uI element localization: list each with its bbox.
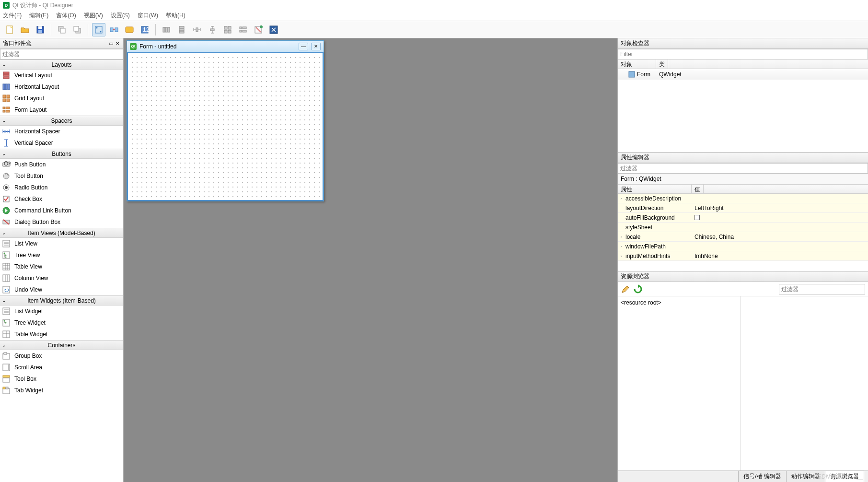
edit-signals-button[interactable]	[107, 23, 121, 36]
menu-window[interactable]: 窗口(W)	[138, 12, 158, 20]
edit-tab-order-button[interactable]: 12	[138, 23, 151, 36]
expand-icon[interactable]: ›	[618, 254, 625, 259]
widget-category[interactable]: ⌄Buttons	[0, 149, 123, 159]
property-row[interactable]: ›accessibleDescription	[618, 194, 868, 203]
adjust-size-button[interactable]	[267, 23, 280, 36]
widget-item[interactable]: List Widget	[0, 306, 123, 317]
undock-icon[interactable]: ▭	[108, 41, 114, 47]
expand-icon[interactable]: ›	[618, 235, 625, 239]
property-row[interactable]: autoFillBackground	[618, 213, 868, 223]
widget-category[interactable]: ⌄Item Views (Model-Based)	[0, 228, 123, 238]
edit-resources-button[interactable]	[621, 284, 630, 294]
form-window[interactable]: Qt Form - untitled — ✕	[127, 40, 324, 201]
form-title-bar[interactable]: Qt Form - untitled — ✕	[127, 41, 324, 52]
widget-item[interactable]: Table Widget	[0, 329, 123, 340]
column-object[interactable]: 对象	[618, 59, 656, 69]
widget-item[interactable]: Scroll Area	[0, 362, 123, 373]
widget-item[interactable]: Check Box	[0, 193, 123, 205]
property-row[interactable]: ›localeChinese, China	[618, 232, 868, 242]
menu-edit[interactable]: 编辑(E)	[29, 12, 48, 20]
widget-icon	[2, 352, 11, 360]
menu-help[interactable]: 帮助(H)	[166, 12, 185, 20]
layout-horizontal-splitter-button[interactable]	[190, 23, 204, 36]
layout-horizontal-button[interactable]	[160, 23, 173, 36]
svg-rect-90	[4, 353, 7, 354]
expand-icon[interactable]: ›	[618, 196, 625, 201]
svg-rect-92	[8, 364, 9, 370]
open-file-button[interactable]	[18, 23, 32, 36]
layout-grid-button[interactable]	[221, 23, 234, 36]
widget-item[interactable]: OKPush Button	[0, 159, 123, 170]
expand-icon[interactable]: ›	[618, 244, 625, 249]
object-inspector-filter-input[interactable]	[618, 49, 868, 59]
widget-category[interactable]: ⌄Spacers	[0, 116, 123, 126]
property-editor-title-bar: 属性编辑器	[618, 153, 868, 163]
object-tree-row[interactable]: Form QWidget	[618, 69, 868, 80]
chevron-down-icon: ⌄	[2, 62, 6, 67]
tab-signal-slot-editor[interactable]: 信号/槽 编辑器	[738, 470, 787, 482]
property-row[interactable]: ›windowFilePath	[618, 242, 868, 251]
widget-item[interactable]: Radio Button	[0, 182, 123, 193]
svg-rect-96	[3, 387, 5, 389]
edit-buddies-button[interactable]	[123, 23, 136, 36]
widget-item[interactable]: Tree View	[0, 249, 123, 261]
widget-item[interactable]: Vertical Layout	[0, 70, 123, 81]
menu-bar: 文件(F) 编辑(E) 窗体(O) 视图(V) 设置(S) 窗口(W) 帮助(H…	[0, 11, 868, 21]
widget-item[interactable]: Vertical Spacer	[0, 137, 123, 149]
resource-preview	[741, 296, 868, 470]
column-value[interactable]: 值	[692, 185, 704, 193]
minimize-button[interactable]: —	[299, 43, 308, 50]
menu-view[interactable]: 视图(V)	[84, 12, 103, 20]
resource-tree[interactable]: <resource root>	[618, 296, 741, 470]
widget-item[interactable]: Tool Box	[0, 373, 123, 385]
bring-front-button[interactable]	[70, 23, 84, 36]
widget-item[interactable]: Undo View	[0, 284, 123, 295]
widget-item[interactable]: Tree Widget	[0, 317, 123, 329]
design-canvas[interactable]: Qt Form - untitled — ✕	[124, 38, 617, 482]
save-file-button[interactable]	[34, 23, 47, 36]
widget-box-filter-input[interactable]	[0, 49, 123, 59]
property-row[interactable]: styleSheet	[618, 223, 868, 232]
edit-widgets-button[interactable]	[92, 23, 105, 36]
widget-item[interactable]: Form Layout	[0, 104, 123, 116]
widget-item[interactable]: Tab Widget	[0, 385, 123, 396]
column-property[interactable]: 属性	[618, 185, 692, 193]
widget-label: Form Layout	[14, 106, 46, 113]
property-row[interactable]: ›inputMethodHintsImhNone	[618, 251, 868, 261]
widget-item[interactable]: Dialog Button Box	[0, 216, 123, 228]
close-icon[interactable]: ✕	[115, 41, 120, 47]
widget-category[interactable]: ⌄Layouts	[0, 59, 123, 70]
widget-item[interactable]: Command Link Button	[0, 205, 123, 216]
widget-category[interactable]: ⌄Item Widgets (Item-Based)	[0, 295, 123, 306]
form-body[interactable]	[127, 52, 324, 201]
widget-item[interactable]: Horizontal Spacer	[0, 126, 123, 137]
resource-filter-input[interactable]	[779, 284, 865, 294]
menu-settings[interactable]: 设置(S)	[111, 12, 130, 20]
widget-item[interactable]: Grid Layout	[0, 93, 123, 104]
break-layout-button[interactable]	[252, 23, 265, 36]
widget-item[interactable]: Group Box	[0, 350, 123, 362]
new-file-button[interactable]	[3, 23, 16, 36]
close-button[interactable]: ✕	[311, 43, 321, 50]
menu-form[interactable]: 窗体(O)	[56, 12, 76, 20]
widget-item[interactable]: Horizontal Layout	[0, 81, 123, 93]
widget-item[interactable]: Tool Button	[0, 170, 123, 182]
property-editor-filter-input[interactable]	[618, 163, 868, 174]
widget-item[interactable]: Table View	[0, 261, 123, 272]
send-back-button[interactable]	[55, 23, 69, 36]
layout-form-button[interactable]	[236, 23, 250, 36]
layout-vertical-splitter-button[interactable]	[206, 23, 219, 36]
widget-icon	[2, 206, 11, 215]
checkbox-icon[interactable]	[694, 215, 700, 220]
svg-rect-98	[629, 71, 635, 77]
widget-icon	[2, 71, 11, 80]
column-class[interactable]: 类	[656, 59, 668, 69]
menu-file[interactable]: 文件(F)	[3, 12, 22, 20]
layout-vertical-button[interactable]	[175, 23, 188, 36]
resource-root[interactable]: <resource root>	[621, 299, 661, 306]
widget-category[interactable]: ⌄Containers	[0, 340, 123, 350]
reload-resources-button[interactable]	[633, 284, 643, 294]
property-row[interactable]: layoutDirectionLeftToRight	[618, 203, 868, 213]
widget-item[interactable]: List View	[0, 238, 123, 249]
widget-item[interactable]: Column View	[0, 272, 123, 284]
